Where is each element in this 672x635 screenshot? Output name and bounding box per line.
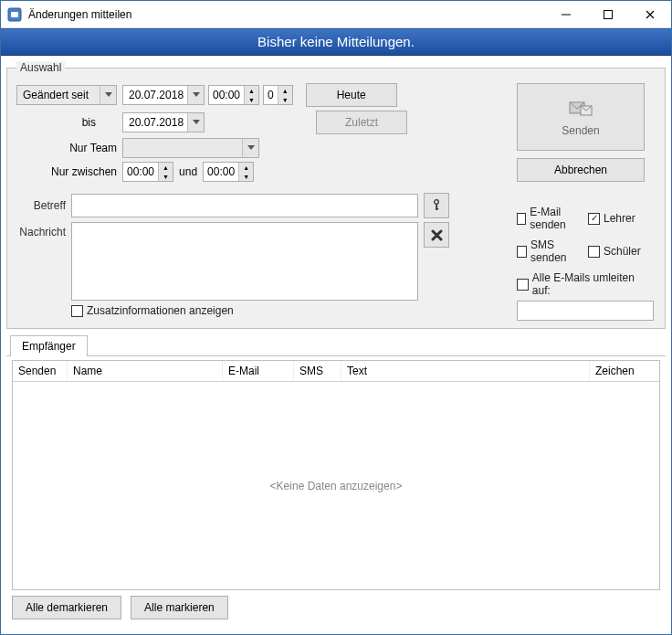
unmark-all-button[interactable]: Alle demarkieren xyxy=(12,596,121,619)
checkbox-box xyxy=(588,246,600,258)
mark-all-button[interactable]: Alle markieren xyxy=(131,596,228,619)
selection-group: Auswahl Senden Abbrechen E-Mail senden xyxy=(6,61,666,329)
send-button-label: Senden xyxy=(562,124,599,137)
team-label: Nur Team xyxy=(16,142,122,154)
email-send-checkbox[interactable]: E-Mail senden xyxy=(517,206,583,231)
titlebar: Änderungen mitteilen xyxy=(1,1,671,28)
redirect-checkbox[interactable]: Alle E-Mails umleiten auf: xyxy=(517,271,654,297)
col-text[interactable]: Text xyxy=(341,361,590,381)
grid-header: Senden Name E-Mail SMS Text Zeichen xyxy=(13,361,659,382)
and-label: und xyxy=(173,165,203,178)
time-between-to-spinner[interactable]: 00:00 ▲▼ xyxy=(203,162,254,182)
cancel-button[interactable]: Abbrechen xyxy=(517,158,645,182)
time-between-from-spinner[interactable]: 00:00 ▲▼ xyxy=(122,162,173,182)
today-button[interactable]: Heute xyxy=(306,83,397,107)
grid-empty-text: <Keine Daten anzuzeigen> xyxy=(13,382,659,589)
col-chars[interactable]: Zeichen xyxy=(590,361,659,381)
teacher-checkbox[interactable]: ✓ Lehrer xyxy=(588,206,654,231)
message-label: Nachricht xyxy=(16,222,71,238)
checkbox-box xyxy=(517,279,529,291)
chevron-down-icon xyxy=(187,113,204,132)
sms-send-checkbox[interactable]: SMS senden xyxy=(517,238,583,264)
minimize-button[interactable] xyxy=(545,1,587,27)
send-icon xyxy=(568,97,593,121)
app-icon xyxy=(6,6,23,23)
recipients-grid: Senden Name E-Mail SMS Text Zeichen <Kei… xyxy=(12,360,660,590)
status-banner: Bisher keine Mitteilungen. xyxy=(1,28,671,56)
tab-bar: Empfänger xyxy=(6,334,666,356)
extra-info-checkbox[interactable]: Zusatzinformationen anzeigen xyxy=(71,304,234,317)
svg-rect-8 xyxy=(436,208,438,209)
checkbox-box xyxy=(517,246,527,258)
selection-legend: Auswahl xyxy=(16,61,65,74)
time-from-spinner[interactable]: 00:00 ▲▼ xyxy=(208,85,259,105)
days-spinner[interactable]: 0 ▲▼ xyxy=(263,85,293,105)
checkbox-box xyxy=(517,213,526,225)
message-textarea[interactable] xyxy=(71,222,418,301)
key-icon xyxy=(430,198,443,213)
between-label: Nur zwischen xyxy=(16,165,122,178)
svg-rect-1 xyxy=(11,12,18,17)
right-panel: Senden Abbrechen E-Mail senden ✓ Lehrer … xyxy=(517,83,654,321)
col-email[interactable]: E-Mail xyxy=(223,361,294,381)
checkbox-box: ✓ xyxy=(588,213,600,225)
svg-point-6 xyxy=(435,200,439,205)
col-name[interactable]: Name xyxy=(68,361,223,381)
window-title: Änderungen mitteilen xyxy=(28,8,545,21)
svg-rect-3 xyxy=(604,10,613,18)
chevron-down-icon xyxy=(242,139,258,157)
col-sms[interactable]: SMS xyxy=(294,361,341,381)
clear-message-button[interactable] xyxy=(424,222,449,248)
changed-since-dropdown[interactable]: Geändert seit xyxy=(16,85,117,105)
subject-input[interactable] xyxy=(71,194,418,217)
last-button[interactable]: Zuletzt xyxy=(316,111,407,134)
date-to-dropdown[interactable]: 20.07.2018 xyxy=(122,112,205,132)
col-send[interactable]: Senden xyxy=(13,361,68,381)
checkbox-box xyxy=(71,305,83,317)
key-button[interactable] xyxy=(424,193,449,218)
chevron-down-icon xyxy=(100,86,116,104)
to-label: bis xyxy=(16,116,101,129)
chevron-down-icon xyxy=(187,86,204,104)
date-from-dropdown[interactable]: 20.07.2018 xyxy=(122,85,205,105)
student-checkbox[interactable]: Schüler xyxy=(588,238,654,264)
send-button[interactable]: Senden xyxy=(517,83,645,151)
close-icon xyxy=(431,229,443,241)
subject-label: Betreff xyxy=(16,199,71,212)
svg-rect-9 xyxy=(436,206,437,207)
redirect-input[interactable] xyxy=(517,301,654,321)
close-button[interactable] xyxy=(629,1,671,27)
maximize-button[interactable] xyxy=(587,1,629,27)
svg-rect-2 xyxy=(562,14,571,15)
team-dropdown[interactable] xyxy=(122,138,259,158)
tab-recipients[interactable]: Empfänger xyxy=(10,335,88,356)
